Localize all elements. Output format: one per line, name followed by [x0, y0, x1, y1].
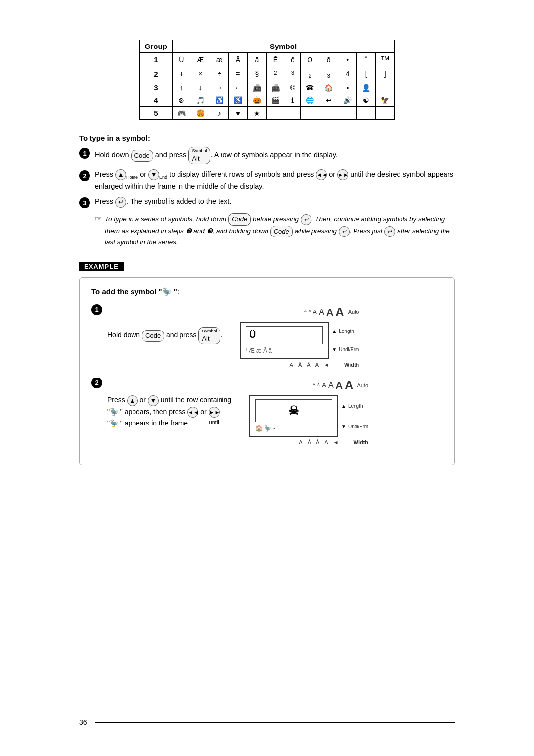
code-key-note2: Code — [270, 226, 293, 237]
group-1: 1 — [139, 53, 172, 67]
example-step-1: 1 Hold down Code and press SymbolAlt. ᴬ … — [91, 303, 443, 369]
left-skip-key: ◄◄ — [316, 169, 327, 180]
step-3: 3 Press ↵. The symbol is added to the te… — [79, 196, 455, 208]
lcd-display-2: ᴬ ᴬ A A A A Auto ☠ — [249, 377, 368, 447]
left-skip-ex2: ◄◄ — [187, 407, 198, 418]
page: Group Symbol 1 Ü Æ æ Ā ā Ē ē Ō ō • ° — [0, 0, 534, 756]
enter-key-note: ↵ — [301, 214, 312, 225]
step-2-number: 2 — [79, 170, 90, 181]
example-step-1-num: 1 — [91, 304, 102, 315]
group-5: 5 — [139, 107, 172, 120]
up-arrow-ex2: ▲ — [127, 395, 138, 406]
example-step-2-num: 2 — [91, 378, 102, 388]
step-2-content: Press ▲Home or ▼End to display different… — [95, 169, 455, 191]
page-footer: 36 — [79, 718, 455, 726]
to-type-label: To type in a symbol: — [79, 134, 455, 142]
note-icon: ☞ — [95, 213, 102, 226]
page-number: 36 — [79, 718, 87, 726]
step-1-content: Hold down Code and press SymbolAlt. A ro… — [95, 147, 455, 164]
example-label: EXAMPLE — [79, 262, 124, 271]
table-header-group: Group — [139, 40, 172, 53]
instructions-section: To type in a symbol: 1 Hold down Code an… — [79, 134, 455, 247]
step-1-number: 1 — [79, 148, 90, 159]
enter-key: ↵ — [115, 197, 126, 208]
lcd-main-display-2: ☠ — [255, 399, 332, 422]
example-title: To add the symbol "🦤 ": — [91, 287, 443, 296]
step-3-number: 3 — [79, 197, 90, 208]
press-text: Press — [107, 396, 127, 404]
then-text: then — [153, 408, 167, 416]
lcd-main-display-1: Ü — [246, 326, 323, 344]
code-key-ex1: Code — [142, 330, 164, 342]
alt-key: SymbolAlt — [188, 147, 210, 164]
table-row: 2 + × ÷ = § 2 3 2 3 4 [ ] — [139, 67, 394, 81]
table-row: 4 ⊗ 🎵 ♿ ♿ 🎃 🎬 ℹ 🌐 ↩ 🔊 ☯ 🦅 — [139, 94, 394, 107]
table-row: 1 Ü Æ æ Ā ā Ē ē Ō ō • ° TM — [139, 53, 394, 67]
footer-line — [95, 722, 455, 723]
note-section: ☞ To type in a series of symbols, hold d… — [95, 213, 455, 247]
example-box: To add the symbol "🦤 ": 1 Hold down Code… — [79, 277, 455, 465]
right-skip-ex2: ►► until — [209, 407, 220, 418]
code-key-note: Code — [228, 213, 251, 225]
table-header-symbol: Symbol — [172, 40, 394, 53]
down-arrow-key: ▼ — [148, 169, 159, 180]
symbol-table: Group Symbol 1 Ü Æ æ Ā ā Ē ē Ō ō • ° — [139, 40, 395, 120]
enter-key-note2: ↵ — [339, 226, 350, 237]
code-key: Code — [131, 150, 153, 162]
table-row: 5 🎮 🍔 ♪ ♥ ★ — [139, 107, 394, 120]
table-row: 3 ↑ ↓ → ← 📠 📠 © ☎ 🏠 ▪ 👤 — [139, 81, 394, 94]
alt-key-ex1: SymbolAlt — [198, 327, 220, 344]
group-2: 2 — [139, 67, 172, 81]
group-4: 4 — [139, 94, 172, 107]
step-1: 1 Hold down Code and press SymbolAlt. A … — [79, 147, 455, 164]
example-section: EXAMPLE To add the symbol "🦤 ": 1 Hold d… — [79, 262, 455, 465]
down-arrow-ex2: ▼ — [148, 395, 159, 406]
right-skip-key: ►► — [337, 169, 348, 180]
enter-key-note3: ↵ — [384, 226, 395, 237]
step-3-content: Press ↵. The symbol is added to the text… — [95, 196, 455, 207]
lcd-display-1: ᴬ ᴬ A A A A Auto Ü — [240, 303, 359, 369]
group-3: 3 — [139, 81, 172, 94]
example-step-1-content: Hold down Code and press SymbolAlt. ᴬ ᴬ … — [107, 303, 443, 369]
symbol-table-wrapper: Group Symbol 1 Ü Æ æ Ā ā Ē ē Ō ō • ° — [79, 40, 455, 120]
example-step-2-content: Press ▲ or ▼ until the row containing "🦤… — [107, 377, 443, 447]
note-text: To type in a series of symbols, hold dow… — [105, 213, 455, 247]
example-step-1-text: Hold down Code and press SymbolAlt. — [107, 327, 222, 344]
example-step-2: 2 Press ▲ or ▼ until the row containing … — [91, 377, 443, 447]
up-arrow-key: ▲ — [115, 169, 126, 180]
step-2: 2 Press ▲Home or ▼End to display differe… — [79, 169, 455, 191]
